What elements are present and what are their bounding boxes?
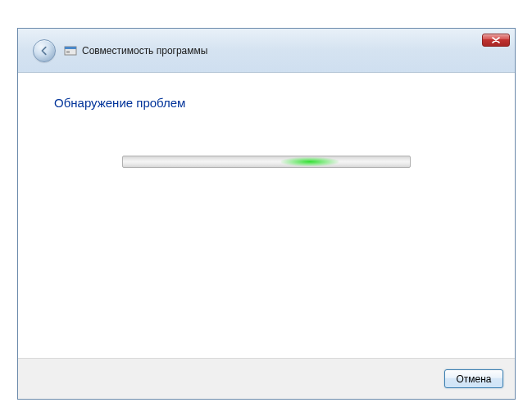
- back-button[interactable]: [33, 39, 56, 62]
- close-button[interactable]: [482, 34, 510, 47]
- wizard-icon: [64, 44, 77, 57]
- wizard-window: Совместимость программы Обнаружение проб…: [17, 28, 516, 400]
- page-heading: Обнаружение проблем: [54, 96, 479, 110]
- wizard-title: Совместимость программы: [82, 45, 207, 57]
- progress-indicator: [281, 156, 339, 167]
- svg-rect-2: [66, 51, 70, 53]
- cancel-button[interactable]: Отмена: [444, 369, 503, 388]
- back-arrow-icon: [39, 45, 50, 57]
- svg-rect-1: [65, 47, 76, 49]
- content-area: Обнаружение проблем: [18, 73, 515, 358]
- footer: Отмена: [18, 358, 515, 399]
- cancel-button-label: Отмена: [456, 373, 491, 385]
- titlebar: Совместимость программы: [18, 29, 515, 73]
- progress-container: [54, 156, 479, 168]
- progress-bar: [122, 156, 411, 168]
- close-icon: [492, 37, 500, 43]
